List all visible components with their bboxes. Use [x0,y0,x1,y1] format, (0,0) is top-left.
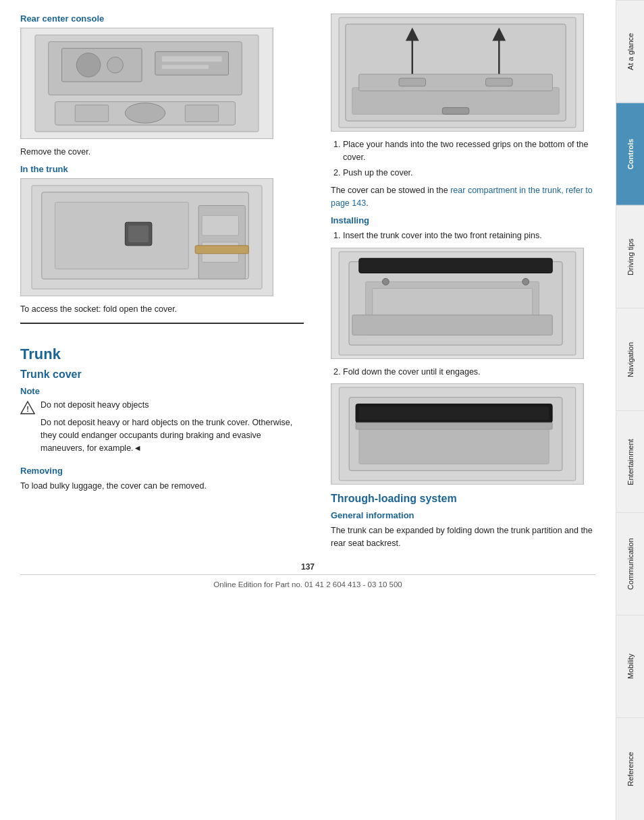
installing-step1-list: Insert the trunk cover into the two fron… [331,229,595,242]
note-line1: Do not deposit heavy objects [41,399,304,412]
installing-step2-list: Fold down the cover until it engages. [331,366,595,379]
content-area: Rear center console [0,0,616,820]
sidebar-tab-at-a-glance[interactable]: At a glance [616,0,644,103]
in-the-trunk-caption: To access the socket: fold open the cove… [20,303,304,316]
svg-rect-45 [352,315,552,335]
svg-point-5 [107,57,124,73]
two-column-layout: Rear center console [20,13,595,555]
svg-rect-6 [155,52,229,76]
left-column: Rear center console [20,13,317,555]
note-box: ! Do not deposit heavy objects Do not de… [20,399,304,460]
sidebar-tab-entertainment[interactable]: Entertainment [616,410,644,513]
page-layout: Rear center console [0,0,644,820]
trunk-section: Trunk Trunk cover Note ! Do n [20,323,304,493]
trunk-cover-heading: Trunk cover [20,368,304,381]
svg-rect-3 [62,49,142,82]
svg-point-4 [76,53,101,78]
removal-steps-list: Place your hands into the two recessed g… [331,138,595,179]
cover-stow-suffix: . [366,198,368,208]
installing-step-1: Insert the trunk cover into the two fron… [343,229,595,242]
svg-rect-11 [75,105,108,122]
trunk-main-heading: Trunk [20,346,304,363]
svg-rect-8 [162,65,209,69]
in-the-trunk-section: In the trunk [20,164,304,316]
removing-heading: Removing [20,466,304,476]
install-step1-image [331,248,584,359]
rear-console-caption: Remove the cover. [20,146,304,159]
rear-center-console-heading: Rear center console [20,13,304,24]
svg-rect-51 [359,427,549,464]
svg-rect-35 [486,78,513,86]
removal-step-2: Push up the cover. [343,167,595,180]
removal-step-1: Place your hands into the two recessed g… [343,138,595,164]
note-text-block: Do not deposit heavy objects Do not depo… [41,399,304,460]
svg-rect-52 [356,422,552,429]
right-column: Place your hands into the two recessed g… [324,13,595,555]
cover-remove-image [331,13,584,132]
sidebar-tab-mobility[interactable]: Mobility [616,615,644,717]
svg-rect-22 [195,246,248,254]
sidebar-tab-navigation[interactable]: Navigation [616,308,644,410]
svg-point-10 [125,103,165,124]
svg-point-44 [522,278,529,285]
sidebar-tab-communication[interactable]: Communication [616,512,644,615]
svg-rect-7 [162,56,222,61]
svg-rect-33 [359,74,553,91]
rear-console-image [20,28,273,139]
svg-text:!: ! [26,405,29,413]
svg-point-43 [382,278,389,285]
footer-text: Online Edition for Part no. 01 41 2 604 … [213,580,402,589]
note-body: Do not deposit heavy or hard objects on … [41,416,304,454]
svg-rect-34 [399,78,426,86]
svg-rect-20 [202,215,238,236]
svg-rect-16 [55,202,189,269]
footer: Online Edition for Part no. 01 41 2 604 … [20,574,595,594]
sidebar: At a glance Controls Driving tips Naviga… [616,0,644,820]
note-label: Note [20,386,304,396]
page-number: 137 [20,562,595,572]
general-info-text: The trunk can be expanded by folding dow… [331,524,595,550]
installing-step-2: Fold down the cover until it engages. [343,366,595,379]
svg-rect-36 [442,107,469,114]
svg-rect-40 [359,258,552,273]
sidebar-tab-controls[interactable]: Controls [616,103,644,205]
installing-heading: Installing [331,215,595,225]
general-info-heading: General information [331,510,595,520]
in-the-trunk-heading: In the trunk [20,164,304,174]
through-loading-heading: Through-loading system [331,493,595,505]
sidebar-tab-reference[interactable]: Reference [616,717,644,820]
svg-rect-12 [185,105,218,122]
removing-text: To load bulky luggage, the cover can be … [20,480,304,493]
cover-stow-text: The cover can be stowed in the rear comp… [331,184,595,210]
install-step2-image [331,383,584,485]
warning-icon: ! [20,399,35,417]
sidebar-tab-driving-tips[interactable]: Driving tips [616,205,644,308]
trunk-image [20,178,273,296]
svg-rect-50 [359,407,549,420]
cover-stow-prefix: The cover can be stowed in the [331,186,450,195]
svg-rect-18 [128,225,149,242]
rear-center-console-section: Rear center console [20,13,304,159]
